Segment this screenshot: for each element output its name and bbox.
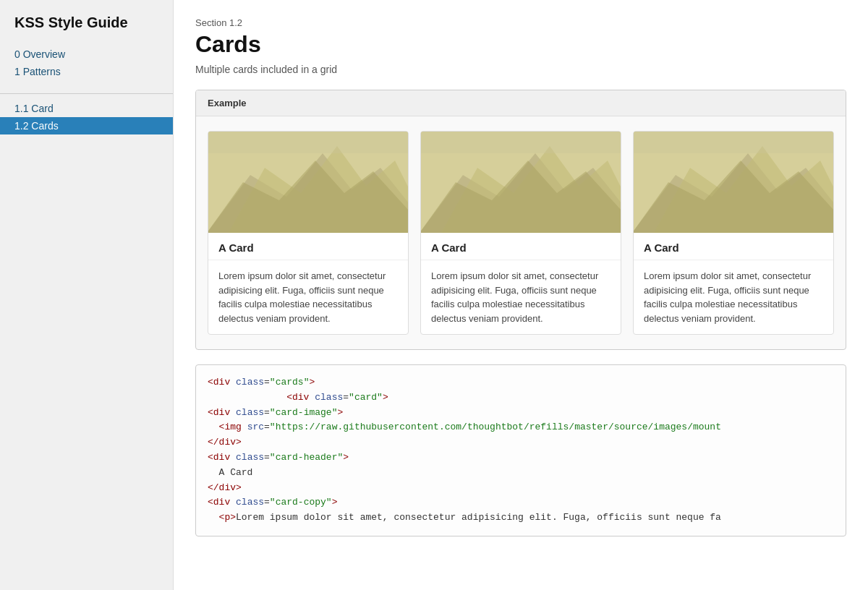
sidebar-item-cards[interactable]: 1.2 Cards [0, 117, 173, 134]
sidebar-item-patterns[interactable]: 1 Patterns [0, 63, 173, 80]
card-2-image [421, 132, 621, 233]
page-description: Multiple cards included in a grid [195, 64, 846, 75]
sidebar: KSS Style Guide 0 Overview 1 Patterns 1.… [0, 0, 174, 590]
main-content: Section 1.2 Cards Multiple cards include… [174, 0, 868, 590]
sidebar-item-card[interactable]: 1.1 Card [0, 100, 173, 117]
svg-rect-14 [634, 132, 833, 153]
page-title: Cards [195, 31, 846, 58]
card-3: A Card Lorem ipsum dolor sit amet, conse… [633, 131, 834, 335]
sidebar-title: KSS Style Guide [0, 14, 173, 46]
example-box: Example A Card Lorem ipsum dolor sit ame… [195, 90, 846, 350]
card-3-title: A Card [634, 233, 833, 260]
card-3-body: Lorem ipsum dolor sit amet, consectetur … [634, 260, 833, 334]
card-1-title: A Card [208, 233, 408, 260]
card-1-body: Lorem ipsum dolor sit amet, consectetur … [208, 260, 408, 334]
example-label: Example [196, 90, 846, 116]
sidebar-nav: 0 Overview 1 Patterns [0, 46, 173, 87]
card-1-image [208, 132, 408, 233]
code-block: <div class="cards"> <div class="card"> <… [195, 364, 846, 536]
card-1: A Card Lorem ipsum dolor sit amet, conse… [208, 131, 409, 335]
code-content: <div class="cards"> <div class="card"> <… [196, 365, 846, 536]
card-2: A Card Lorem ipsum dolor sit amet, conse… [420, 131, 621, 335]
card-2-title: A Card [421, 233, 621, 260]
sidebar-divider [0, 93, 173, 94]
card-3-image [634, 132, 833, 233]
sidebar-item-overview[interactable]: 0 Overview [0, 46, 173, 63]
card-2-body: Lorem ipsum dolor sit amet, consectetur … [421, 260, 621, 334]
section-label: Section 1.2 [195, 17, 846, 28]
svg-rect-4 [208, 132, 408, 153]
cards-grid: A Card Lorem ipsum dolor sit amet, conse… [196, 116, 846, 349]
svg-rect-9 [421, 132, 621, 153]
